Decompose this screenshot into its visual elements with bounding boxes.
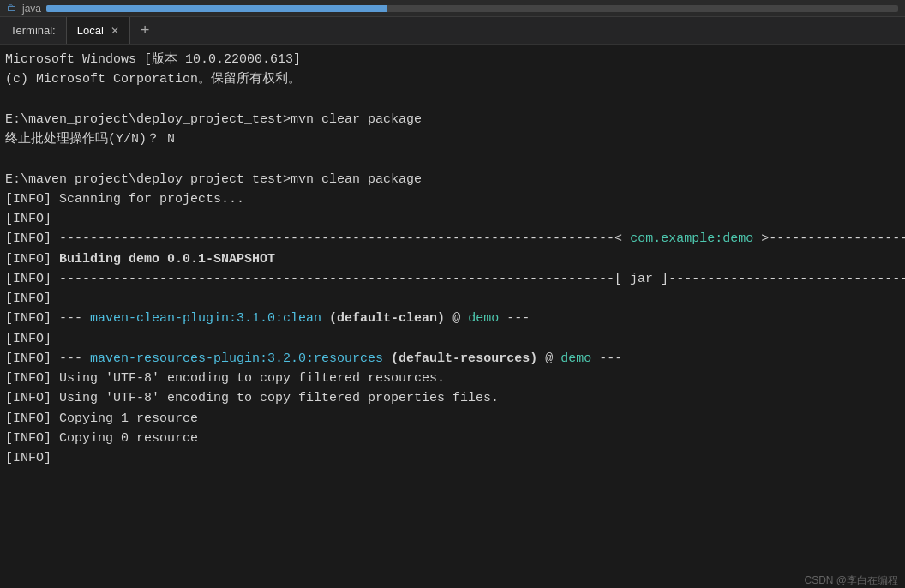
terminal-line: [INFO] — [5, 329, 900, 349]
java-folder-bar: 🗀 java — [0, 0, 905, 17]
terminal-line — [5, 149, 900, 169]
terminal-line: E:\maven_project\deploy_project_test>mvn… — [5, 110, 900, 129]
terminal-line: [INFO] Using 'UTF-8' encoding to copy fi… — [5, 388, 900, 408]
terminal-line: E:\maven project\deploy project test>mvn… — [5, 170, 900, 189]
terminal-line: [INFO] Copying 1 resource — [5, 409, 900, 429]
terminal-line: [INFO] --- maven-resources-plugin:3.2.0:… — [5, 349, 900, 369]
terminal-output: Microsoft Windows [版本 10.0.22000.613] (c… — [0, 45, 905, 588]
terminal-line: [INFO] ---------------------------------… — [5, 269, 900, 289]
terminal-line: (c) Microsoft Corporation。保留所有权利。 — [5, 69, 900, 89]
terminal-line: [INFO] Building demo 0.0.1-SNAPSHOT — [5, 249, 900, 269]
terminal-line — [5, 90, 900, 110]
tab-bar: Terminal: Local ✕ + — [0, 17, 905, 45]
terminal-line: [INFO] --- maven-clean-plugin:3.1.0:clea… — [5, 309, 900, 328]
close-tab-icon[interactable]: ✕ — [111, 25, 119, 37]
progress-bar-fill — [46, 5, 387, 12]
terminal-line: [INFO] Copying 0 resource — [5, 429, 900, 448]
add-tab-button[interactable]: + — [130, 17, 160, 44]
terminal-line: [INFO] Using 'UTF-8' encoding to copy fi… — [5, 369, 900, 388]
terminal-line: 终止批处理操作吗(Y/N)？ N — [5, 129, 900, 149]
terminal-line: [INFO] — [5, 448, 900, 468]
watermark: CSDN @李白在编程 — [804, 573, 898, 588]
terminal-line: [INFO] ---------------------------------… — [5, 229, 900, 249]
terminal-label: Terminal: — [0, 17, 67, 44]
local-tab[interactable]: Local ✕ — [67, 17, 130, 44]
terminal-line: Microsoft Windows [版本 10.0.22000.613] — [5, 50, 900, 69]
folder-icon: 🗀 — [7, 2, 17, 15]
java-folder-label: java — [22, 3, 41, 15]
progress-bar-bg — [46, 5, 898, 12]
terminal-line: [INFO] — [5, 209, 900, 229]
terminal-line: [INFO] — [5, 289, 900, 309]
terminal-line: [INFO] Scanning for projects... — [5, 189, 900, 209]
